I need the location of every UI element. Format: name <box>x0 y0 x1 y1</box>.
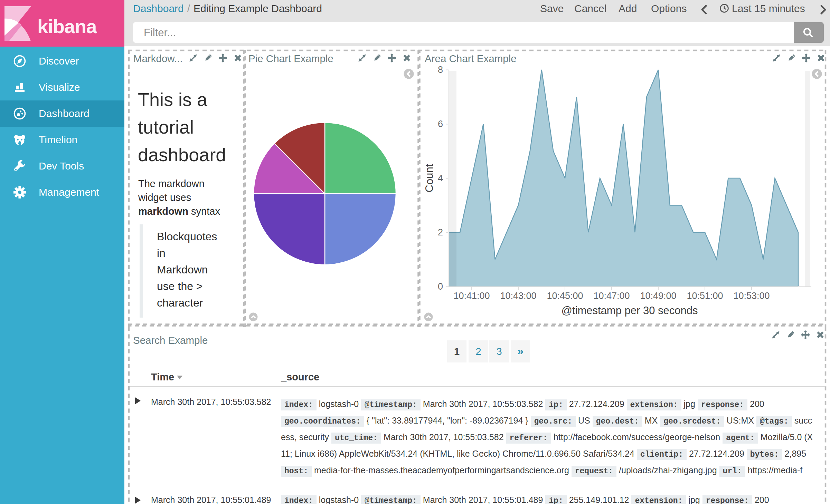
svg-text:10:41:00: 10:41:00 <box>453 291 490 301</box>
svg-text:10:43:00: 10:43:00 <box>500 291 536 301</box>
svg-text:4: 4 <box>438 173 443 183</box>
svg-text:Count: Count <box>423 164 435 192</box>
svg-text:2: 2 <box>438 227 443 238</box>
svg-text:@timestamp per 30 seconds: @timestamp per 30 seconds <box>561 304 698 317</box>
svg-text:10:47:00: 10:47:00 <box>593 291 630 301</box>
svg-text:10:51:00: 10:51:00 <box>687 291 723 301</box>
svg-text:10:49:00: 10:49:00 <box>640 291 676 301</box>
svg-text:10:53:00: 10:53:00 <box>733 291 770 301</box>
svg-text:8: 8 <box>438 65 443 75</box>
svg-text:0: 0 <box>438 281 443 292</box>
svg-text:10:45:00: 10:45:00 <box>547 291 583 301</box>
svg-text:6: 6 <box>438 119 443 129</box>
